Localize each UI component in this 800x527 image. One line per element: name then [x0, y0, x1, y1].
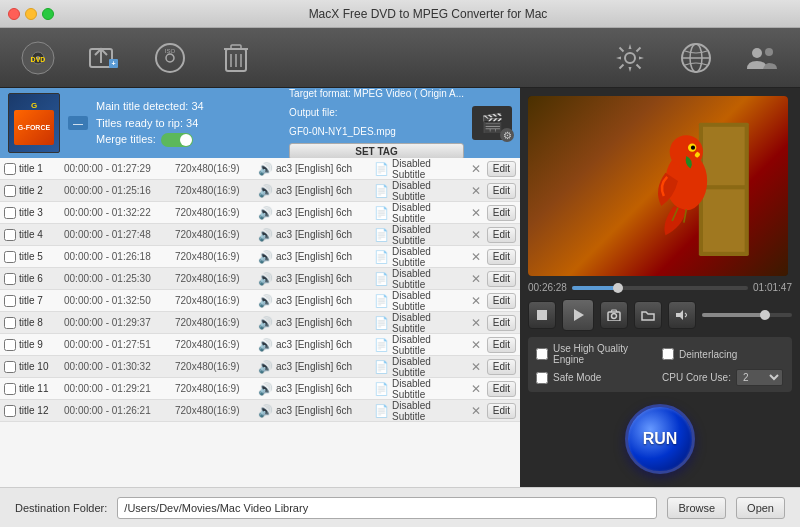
maximize-button[interactable] — [42, 8, 54, 20]
table-row: title 6 00:00:00 - 01:25:30 720x480(16:9… — [0, 268, 520, 290]
folder-button[interactable] — [634, 301, 662, 329]
title-list: title 1 00:00:00 - 01:27:29 720x480(16:9… — [0, 158, 520, 487]
close-button[interactable] — [8, 8, 20, 20]
browse-button[interactable]: Browse — [667, 497, 726, 519]
stop-button[interactable] — [528, 301, 556, 329]
target-format: Target format: MPEG Video ( Origin A... — [289, 86, 464, 102]
title-x-button[interactable]: ✕ — [468, 249, 484, 265]
svg-rect-13 — [231, 45, 241, 49]
main-title-count: Main title detected: 34 — [96, 98, 281, 115]
audio-icon: 🔊 — [258, 228, 273, 242]
title-subtitle: Disabled Subtitle — [392, 378, 465, 400]
title-edit-button[interactable]: Edit — [487, 271, 516, 287]
title-edit-button[interactable]: Edit — [487, 337, 516, 353]
window-title: MacX Free DVD to MPEG Converter for Mac — [64, 7, 792, 21]
title-x-button[interactable]: ✕ — [468, 205, 484, 221]
title-checkbox[interactable] — [4, 295, 16, 307]
destination-label: Destination Folder: — [15, 502, 107, 514]
toolbar-iso-btn[interactable]: ISO — [152, 40, 188, 76]
title-checkbox[interactable] — [4, 317, 16, 329]
audio-icon: 🔊 — [258, 382, 273, 396]
toolbar-export-btn[interactable]: + — [86, 40, 122, 76]
title-resolution: 720x480(16:9) — [175, 185, 255, 196]
title-audio: ac3 [English] 6ch — [276, 383, 371, 394]
title-x-button[interactable]: ✕ — [468, 183, 484, 199]
title-edit-button[interactable]: Edit — [487, 359, 516, 375]
audio-icon: 🔊 — [258, 272, 273, 286]
title-resolution: 720x480(16:9) — [175, 163, 255, 174]
destination-input[interactable] — [117, 497, 657, 519]
title-audio: ac3 [English] 6ch — [276, 339, 371, 350]
svg-point-17 — [625, 53, 635, 63]
title-audio: ac3 [English] 6ch — [276, 163, 371, 174]
title-x-button[interactable]: ✕ — [468, 315, 484, 331]
time-row: 00:26:28 01:01:47 — [528, 282, 792, 293]
subtitle-icon: 📄 — [374, 382, 389, 396]
cpu-core-select[interactable]: 2 1 3 4 Auto — [736, 369, 783, 386]
title-edit-button[interactable]: Edit — [487, 183, 516, 199]
info-bar: G G-FORCE — Main title detected: 34 Titl… — [0, 88, 520, 158]
title-x-button[interactable]: ✕ — [468, 381, 484, 397]
volume-slider[interactable] — [702, 313, 792, 317]
title-x-button[interactable]: ✕ — [468, 403, 484, 419]
title-edit-button[interactable]: Edit — [487, 227, 516, 243]
time-slider-thumb — [613, 283, 623, 293]
title-checkbox[interactable] — [4, 207, 16, 219]
trash-icon — [218, 40, 254, 76]
title-checkbox[interactable] — [4, 163, 16, 175]
subtitle-icon: 📄 — [374, 272, 389, 286]
audio-icon: 🔊 — [258, 206, 273, 220]
title-checkbox[interactable] — [4, 185, 16, 197]
title-x-button[interactable]: ✕ — [468, 271, 484, 287]
collapse-button[interactable]: — — [68, 116, 88, 130]
title-x-button[interactable]: ✕ — [468, 227, 484, 243]
title-checkbox[interactable] — [4, 229, 16, 241]
title-x-button[interactable]: ✕ — [468, 359, 484, 375]
title-edit-button[interactable]: Edit — [487, 161, 516, 177]
title-edit-button[interactable]: Edit — [487, 293, 516, 309]
toolbar-delete-btn[interactable] — [218, 40, 254, 76]
open-button[interactable]: Open — [736, 497, 785, 519]
minimize-button[interactable] — [25, 8, 37, 20]
title-edit-button[interactable]: Edit — [487, 249, 516, 265]
merge-label: Merge titles: — [96, 131, 156, 148]
title-subtitle: Disabled Subtitle — [392, 224, 465, 246]
title-checkbox[interactable] — [4, 361, 16, 373]
title-checkbox[interactable] — [4, 273, 16, 285]
dvd-icon: DVD — [20, 40, 56, 76]
title-time: 00:00:00 - 01:25:16 — [64, 185, 172, 196]
title-checkbox[interactable] — [4, 383, 16, 395]
toolbar-settings-btn[interactable] — [612, 40, 648, 76]
time-slider[interactable] — [572, 286, 748, 290]
title-checkbox[interactable] — [4, 251, 16, 263]
title-edit-button[interactable]: Edit — [487, 381, 516, 397]
gear-overlay-icon: ⚙ — [500, 128, 514, 142]
title-x-button[interactable]: ✕ — [468, 161, 484, 177]
safe-mode-checkbox[interactable] — [536, 372, 548, 384]
run-button[interactable]: RUN — [625, 404, 695, 474]
merge-toggle[interactable] — [161, 133, 193, 147]
title-edit-button[interactable]: Edit — [487, 403, 516, 419]
title-checkbox[interactable] — [4, 339, 16, 351]
title-resolution: 720x480(16:9) — [175, 405, 255, 416]
table-row: title 9 00:00:00 - 01:27:51 720x480(16:9… — [0, 334, 520, 356]
title-x-button[interactable]: ✕ — [468, 337, 484, 353]
toolbar-dvd-btn[interactable]: DVD — [20, 40, 56, 76]
title-checkbox[interactable] — [4, 405, 16, 417]
subtitle-icon: 📄 — [374, 206, 389, 220]
title-edit-button[interactable]: Edit — [487, 205, 516, 221]
toolbar-users-btn[interactable] — [744, 40, 780, 76]
volume-button[interactable] — [668, 301, 696, 329]
title-resolution: 720x480(16:9) — [175, 361, 255, 372]
high-quality-checkbox[interactable] — [536, 348, 548, 360]
title-edit-button[interactable]: Edit — [487, 315, 516, 331]
title-subtitle: Disabled Subtitle — [392, 334, 465, 356]
screenshot-button[interactable] — [600, 301, 628, 329]
title-x-button[interactable]: ✕ — [468, 293, 484, 309]
table-row: title 11 00:00:00 - 01:29:21 720x480(16:… — [0, 378, 520, 400]
play-button[interactable] — [562, 299, 594, 331]
subtitle-icon: 📄 — [374, 162, 389, 176]
title-time: 00:00:00 - 01:29:21 — [64, 383, 172, 394]
deinterlacing-checkbox[interactable] — [662, 348, 674, 360]
toolbar-globe-btn[interactable] — [678, 40, 714, 76]
